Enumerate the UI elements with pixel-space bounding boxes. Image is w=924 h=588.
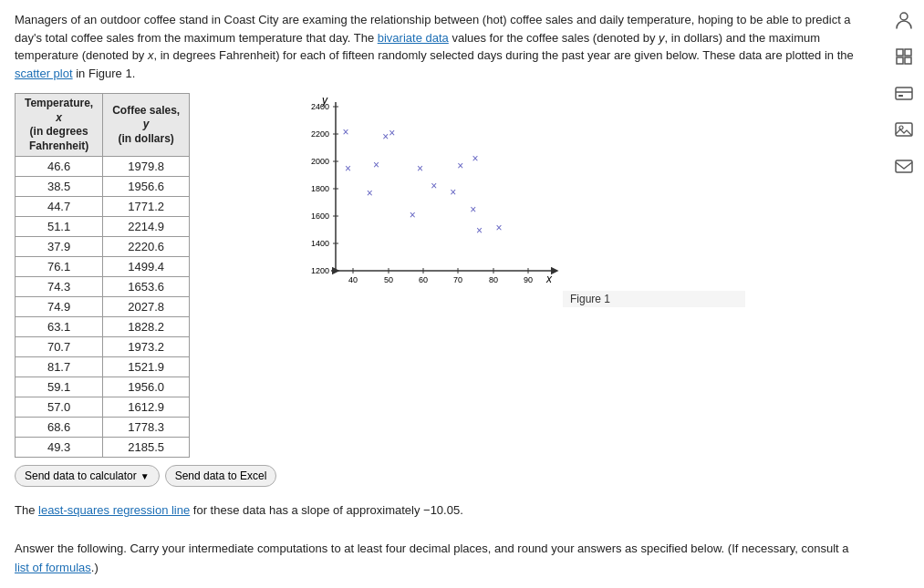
card-icon[interactable] xyxy=(891,80,917,106)
svg-text:90: 90 xyxy=(524,275,533,284)
scatter-point: × xyxy=(367,187,373,200)
right-sidebar xyxy=(891,7,917,179)
scatter-point: × xyxy=(417,162,423,175)
table-row: 68.6 1778.3 xyxy=(16,418,190,438)
temp-cell: 37.9 xyxy=(16,237,103,257)
svg-text:1200: 1200 xyxy=(311,266,329,275)
temp-cell: 63.1 xyxy=(16,317,103,337)
svg-rect-31 xyxy=(896,88,912,99)
list-of-formulas-link[interactable]: list of formulas xyxy=(15,561,91,574)
svg-text:80: 80 xyxy=(489,275,498,284)
person-icon[interactable] xyxy=(891,7,917,33)
svg-text:1600: 1600 xyxy=(311,211,329,221)
grid-icon[interactable] xyxy=(891,44,917,69)
svg-text:1800: 1800 xyxy=(311,184,329,193)
send-to-excel-button[interactable]: Send data to Excel xyxy=(165,465,277,487)
svg-text:1400: 1400 xyxy=(311,239,329,248)
chart-area: y x xyxy=(295,93,861,487)
svg-text:2200: 2200 xyxy=(311,129,329,139)
svg-text:2000: 2000 xyxy=(311,157,329,166)
temp-cell: 70.7 xyxy=(16,337,103,357)
sales-cell: 1778.3 xyxy=(103,418,190,438)
sales-cell: 1973.2 xyxy=(103,337,190,357)
temp-cell: 49.3 xyxy=(16,438,103,458)
svg-rect-30 xyxy=(905,57,911,64)
sales-cell: 1653.6 xyxy=(103,277,190,297)
table-header-temperature: Temperature,x(in degreesFahrenheit) xyxy=(16,94,103,157)
dropdown-chevron-icon: ▼ xyxy=(140,471,150,481)
bottom-section: The least-squares regression line for th… xyxy=(15,501,861,577)
scatter-point: × xyxy=(383,130,389,143)
svg-rect-33 xyxy=(898,95,903,97)
temp-cell: 74.3 xyxy=(16,277,103,297)
button-row: Send data to calculator ▼ Send data to E… xyxy=(15,465,276,487)
table-row: 46.6 1979.8 xyxy=(16,157,190,177)
sales-cell: 1612.9 xyxy=(103,397,190,418)
temp-cell: 46.6 xyxy=(16,157,103,177)
temp-cell: 81.7 xyxy=(16,357,103,377)
temp-cell: 38.5 xyxy=(16,177,103,197)
scatter-point: × xyxy=(496,222,503,234)
sales-cell: 1979.8 xyxy=(103,157,190,177)
sales-cell: 1956.6 xyxy=(103,177,190,197)
scatter-point: × xyxy=(472,152,479,165)
temp-cell: 68.6 xyxy=(16,418,103,438)
table-row: 57.0 1612.9 xyxy=(16,397,190,418)
scatter-point: × xyxy=(343,126,349,139)
scatter-point: × xyxy=(431,180,438,192)
table-row: 70.7 1973.2 xyxy=(16,337,190,357)
figure-label: Figure 1 xyxy=(563,291,745,307)
scatter-plot-svg: y x xyxy=(295,93,559,303)
svg-text:40: 40 xyxy=(348,275,358,284)
temp-cell: 74.9 xyxy=(16,297,103,317)
sales-cell: 1828.2 xyxy=(103,317,190,337)
intro-paragraph: Managers of an outdoor coffee stand in C… xyxy=(15,11,861,82)
scatter-point: × xyxy=(389,127,396,139)
sales-cell: 1521.9 xyxy=(103,357,190,377)
scatter-point: × xyxy=(410,209,416,222)
x-axis-label-text: x xyxy=(545,273,553,285)
bivariate-data-link[interactable]: bivariate data xyxy=(378,31,449,45)
send-to-calculator-button[interactable]: Send data to calculator ▼ xyxy=(15,465,160,487)
scatter-point: × xyxy=(451,186,457,199)
svg-text:50: 50 xyxy=(384,275,393,284)
scatter-point: × xyxy=(458,160,464,172)
data-table: Temperature,x(in degreesFahrenheit) Coff… xyxy=(15,93,190,458)
table-row: 59.1 1956.0 xyxy=(16,377,190,397)
scatter-point: × xyxy=(373,159,379,171)
svg-rect-36 xyxy=(896,160,912,172)
sales-cell: 1956.0 xyxy=(103,377,190,397)
temp-cell: 44.7 xyxy=(16,197,103,217)
table-row: 81.7 1521.9 xyxy=(16,357,190,377)
temp-cell: 51.1 xyxy=(16,217,103,237)
instructions-paragraph: Answer the following. Carry your interme… xyxy=(15,540,861,578)
table-row: 76.1 1499.4 xyxy=(16,257,190,277)
content-area: Temperature,x(in degreesFahrenheit) Coff… xyxy=(15,93,861,487)
mail-icon[interactable] xyxy=(891,153,917,179)
regression-paragraph: The least-squares regression line for th… xyxy=(15,501,861,521)
svg-text:70: 70 xyxy=(453,275,462,284)
temp-cell: 59.1 xyxy=(16,377,103,397)
table-row: 74.3 1653.6 xyxy=(16,277,190,297)
svg-text:60: 60 xyxy=(419,275,428,284)
sales-cell: 2214.9 xyxy=(103,217,190,237)
scatter-plot-link[interactable]: scatter plot xyxy=(15,67,73,80)
table-row: 44.7 1771.2 xyxy=(16,197,190,217)
sales-cell: 2220.6 xyxy=(103,237,190,257)
sales-cell: 1771.2 xyxy=(103,197,190,217)
scatter-points: ××××××××××××××× xyxy=(343,126,503,237)
svg-point-35 xyxy=(899,126,903,129)
sales-cell: 1499.4 xyxy=(103,257,190,277)
regression-line-link[interactable]: least-squares regression line xyxy=(38,503,190,517)
svg-point-26 xyxy=(900,13,908,20)
scatter-point: × xyxy=(476,224,483,237)
image-icon[interactable] xyxy=(891,117,917,142)
svg-text:2400: 2400 xyxy=(311,102,329,111)
table-row: 49.3 2185.5 xyxy=(16,438,190,458)
main-content: Managers of an outdoor coffee stand in C… xyxy=(0,0,876,588)
temp-cell: 57.0 xyxy=(16,397,103,418)
table-row: 51.1 2214.9 xyxy=(16,217,190,237)
table-row: 74.9 2027.8 xyxy=(16,297,190,317)
table-row: 63.1 1828.2 xyxy=(16,317,190,337)
table-header-sales: Coffee sales,y(in dollars) xyxy=(103,94,190,157)
